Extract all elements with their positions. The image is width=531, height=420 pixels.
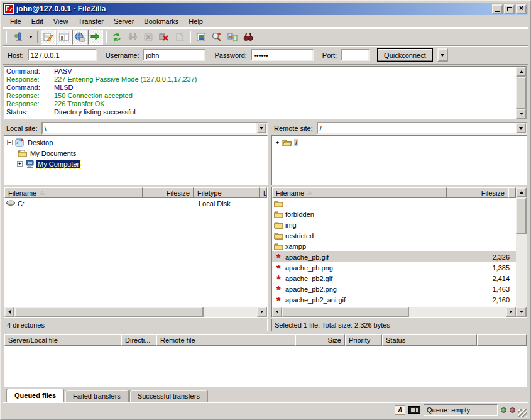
scroll-down-button[interactable]	[516, 109, 527, 119]
remote-hscrollbar[interactable]	[272, 307, 516, 317]
search-button[interactable]	[209, 30, 224, 45]
transfer-type-icon[interactable]: A	[395, 405, 405, 415]
process-queue-button[interactable]	[125, 30, 140, 45]
tree-item-desktop[interactable]: − Desktop	[4, 137, 267, 148]
scroll-right-button[interactable]	[257, 307, 267, 317]
binoculars-icon	[243, 32, 253, 42]
scroll-up-button[interactable]	[516, 187, 527, 197]
tree-item-my-computer[interactable]: + My Computer	[4, 158, 267, 169]
reconnect-button[interactable]	[172, 30, 187, 45]
disconnect-icon	[159, 32, 169, 42]
tree-item-my-documents[interactable]: My Documents	[4, 148, 267, 158]
scroll-thumb[interactable]	[14, 307, 204, 317]
refresh-button[interactable]	[109, 30, 124, 45]
column-last-modified[interactable]: L	[260, 187, 267, 198]
menu-bookmarks[interactable]: Bookmarks	[139, 16, 183, 26]
column-size[interactable]: Size	[295, 334, 345, 346]
compare-button[interactable]	[225, 30, 240, 45]
sort-asc-icon	[40, 191, 45, 195]
remote-tree: + /	[271, 135, 527, 185]
scroll-thumb[interactable]	[516, 77, 527, 109]
log-view-icon	[43, 32, 53, 42]
chevron-down-icon	[441, 54, 444, 57]
column-priority[interactable]: Priority	[345, 334, 382, 346]
toggle-log-button[interactable]	[41, 30, 56, 45]
resize-grip[interactable]	[518, 409, 527, 417]
column-server-local-file[interactable]: Server/Local file	[4, 334, 121, 346]
remote-file-row[interactable]: xampp	[272, 241, 516, 251]
column-filesize[interactable]: Filesize	[143, 187, 194, 198]
remote-vscrollbar[interactable]	[516, 187, 527, 317]
local-file-row[interactable]: C: Local Disk	[4, 198, 267, 209]
disconnect-button[interactable]	[156, 30, 172, 45]
column-filetype[interactable]: Filetype	[194, 187, 260, 198]
remote-site-combo[interactable]: /	[317, 122, 527, 135]
site-manager-button[interactable]	[11, 30, 26, 45]
close-button[interactable]: ×	[516, 4, 527, 14]
scroll-thumb[interactable]	[516, 197, 527, 234]
queue-body[interactable]	[4, 346, 527, 386]
quickconnect-dropdown[interactable]	[437, 48, 448, 62]
remote-file-row[interactable]: restricted	[272, 230, 516, 241]
tab-queued-files[interactable]: Queued files	[6, 389, 64, 402]
remote-file-row[interactable]: *apache_pb2_ani.gif 2,160	[272, 294, 516, 305]
remote-file-row[interactable]: ..	[272, 198, 516, 209]
column-filename[interactable]: Filename	[4, 187, 143, 198]
host-input[interactable]	[28, 49, 97, 61]
remote-file-row[interactable]: *apache_pb.png 1,385	[272, 262, 516, 273]
tab-failed-transfers[interactable]: Failed transfers	[65, 390, 129, 402]
scroll-thumb[interactable]	[282, 307, 409, 317]
filter-button[interactable]	[194, 30, 209, 45]
search-icon	[212, 32, 222, 42]
password-input[interactable]	[251, 49, 314, 61]
remote-file-row[interactable]: *apache_pb2.gif 2,414	[272, 273, 516, 284]
menu-file[interactable]: File	[5, 16, 26, 26]
menu-server[interactable]: Server	[109, 16, 139, 26]
host-label: Host:	[8, 52, 24, 59]
filter-icon	[196, 32, 206, 42]
port-input[interactable]	[341, 49, 370, 61]
menu-transfer[interactable]: Transfer	[73, 16, 109, 26]
column-status[interactable]: Status	[382, 334, 477, 346]
username-label: Username:	[106, 52, 140, 59]
cancel-button[interactable]	[141, 30, 156, 45]
tab-successful-transfers[interactable]: Successful transfers	[129, 390, 208, 402]
find-files-button[interactable]	[241, 30, 256, 45]
column-filename[interactable]: Filename	[272, 187, 447, 198]
collapse-icon[interactable]: −	[7, 140, 13, 145]
expand-icon[interactable]: +	[275, 140, 280, 145]
remote-file-row-selected[interactable]: *apache_pb.gif 2,326	[272, 251, 516, 262]
scroll-right-button[interactable]	[506, 307, 516, 317]
toggle-queue-button[interactable]	[88, 30, 103, 45]
scroll-down-button[interactable]	[516, 307, 527, 317]
scroll-left-button[interactable]	[272, 307, 282, 317]
tree-item-root[interactable]: + /	[272, 137, 527, 148]
expand-icon[interactable]: +	[17, 161, 23, 167]
column-filesize[interactable]: Filesize	[447, 187, 508, 198]
toggle-remote-tree-button[interactable]	[72, 30, 87, 45]
local-file-list: Filename Filesize Filetype L C:	[4, 187, 268, 318]
local-site-dropdown[interactable]	[256, 123, 266, 133]
toggle-local-tree-button[interactable]	[57, 30, 72, 45]
menu-edit[interactable]: Edit	[26, 16, 48, 26]
column-remote-file[interactable]: Remote file	[156, 334, 295, 346]
quickconnect-button[interactable]: Quickconnect	[377, 48, 433, 62]
log-scrollbar[interactable]	[516, 67, 527, 119]
column-direction[interactable]: Directi...	[121, 334, 156, 346]
minimize-button[interactable]	[492, 4, 503, 14]
site-manager-dropdown[interactable]	[26, 30, 35, 45]
remote-file-row[interactable]: *apache_pb2.png 1,463	[272, 284, 516, 294]
local-site-combo[interactable]: \	[41, 122, 268, 135]
maximize-button[interactable]	[504, 4, 515, 14]
remote-file-row[interactable]: forbidden	[272, 209, 516, 219]
menu-help[interactable]: Help	[183, 16, 208, 26]
menu-view[interactable]: View	[48, 16, 74, 26]
scroll-up-button[interactable]	[516, 67, 527, 77]
computer-icon	[25, 160, 35, 169]
remote-site-dropdown[interactable]	[516, 123, 526, 133]
remote-file-row[interactable]: img	[272, 219, 516, 230]
username-input[interactable]	[143, 49, 205, 61]
toolbar-grip[interactable]	[6, 31, 8, 43]
scroll-left-button[interactable]	[4, 307, 14, 317]
local-hscrollbar[interactable]	[4, 307, 267, 317]
